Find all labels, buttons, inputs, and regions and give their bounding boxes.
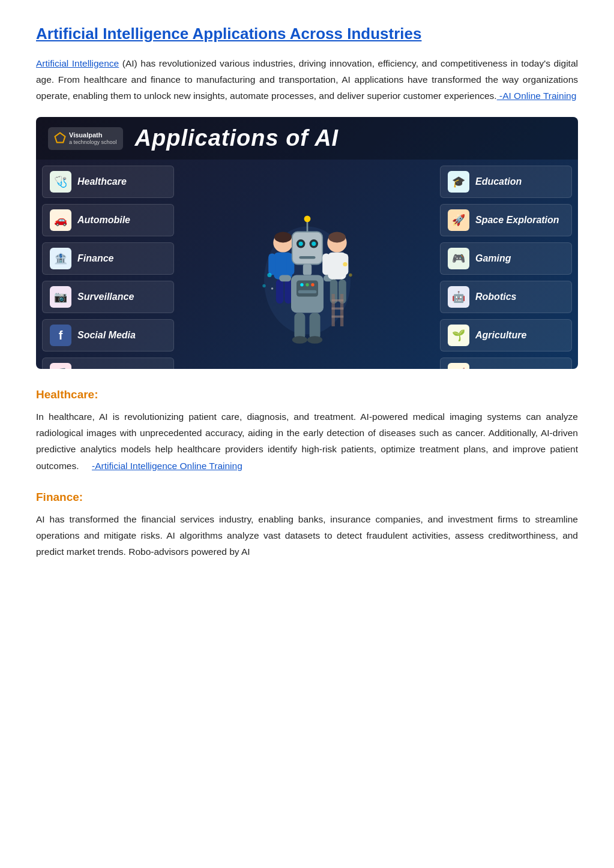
visualpath-logo: ⬠ Visualpath a technology school: [48, 127, 123, 150]
ai-item-space-exploration: 🚀 Space Exploration: [440, 204, 572, 236]
svg-rect-39: [331, 308, 343, 310]
svg-rect-22: [298, 290, 316, 293]
svg-rect-13: [299, 256, 315, 259]
social-media-label: Social Media: [77, 330, 136, 341]
svg-rect-8: [292, 232, 322, 265]
logo-sub: a technology school: [69, 139, 117, 145]
agriculture-label: Agriculture: [475, 330, 526, 341]
svg-rect-6: [284, 280, 292, 304]
svg-point-27: [292, 336, 307, 344]
ai-item-finance: 🏦 Finance: [42, 242, 174, 275]
finance-body-text: AI has transformed the financial service…: [36, 514, 578, 557]
surveillance-label: Surveillance: [77, 292, 134, 302]
ecommerce-label: E-commerce: [475, 368, 533, 369]
svg-point-19: [300, 283, 303, 286]
svg-point-7: [274, 232, 292, 243]
ai-intro-link[interactable]: Artificial Intelligence: [36, 58, 119, 68]
automobile-label: Automobile: [77, 215, 130, 226]
ai-image-header: ⬠ Visualpath a technology school Applica…: [36, 117, 578, 160]
svg-point-42: [262, 284, 265, 287]
gaming-icon: 🎮: [448, 248, 469, 269]
svg-rect-5: [275, 280, 283, 304]
ai-item-social-media: f Social Media: [42, 319, 174, 352]
ai-item-entertainment: 🎵 Entertainment: [42, 358, 174, 369]
automobile-icon: 🚗: [50, 209, 71, 231]
finance-icon: 🏦: [50, 248, 71, 269]
finance-section-heading: Finance:: [36, 491, 578, 504]
svg-point-43: [271, 287, 273, 290]
healthcare-section-heading: Healthcare:: [36, 388, 578, 401]
finance-section-body: AI has transformed the financial service…: [36, 511, 578, 560]
svg-point-45: [349, 274, 352, 277]
svg-point-35: [328, 232, 346, 243]
logo-v-icon: ⬠: [54, 131, 65, 146]
svg-rect-23: [279, 275, 291, 282]
education-label: Education: [475, 176, 522, 187]
entertainment-label: Entertainment: [77, 368, 142, 369]
svg-rect-37: [340, 294, 343, 326]
svg-rect-31: [322, 254, 330, 275]
healthcare-section-body: In healthcare, AI is revolutionizing pat…: [36, 409, 578, 474]
healthcare-label: Healthcare: [77, 176, 127, 187]
svg-rect-40: [331, 316, 343, 318]
ai-item-gaming: 🎮 Gaming: [440, 242, 572, 275]
svg-point-44: [343, 262, 347, 266]
svg-rect-38: [331, 299, 343, 302]
ai-item-automobile: 🚗 Automobile: [42, 204, 174, 236]
robotics-icon: 🤖: [448, 286, 469, 308]
ai-item-robotics: 🤖 Robotics: [440, 281, 572, 313]
robotics-label: Robotics: [475, 292, 516, 302]
ai-item-ecommerce: 🛒 E-commerce: [440, 358, 572, 369]
svg-point-20: [305, 283, 309, 286]
svg-point-11: [298, 242, 302, 246]
robot-illustration: [253, 197, 361, 359]
svg-point-28: [307, 336, 322, 344]
ai-online-training-link[interactable]: -Artificial Intelligence Online Training: [92, 461, 242, 471]
ai-item-agriculture: 🌱 Agriculture: [440, 319, 572, 352]
svg-rect-25: [294, 313, 305, 340]
entertainment-icon: 🎵: [50, 363, 71, 369]
page-title[interactable]: Artificial Intelligence Applications Acr…: [36, 24, 578, 44]
online-training-link[interactable]: -AI Online Training: [497, 91, 577, 101]
ai-item-education: 🎓 Education: [440, 166, 572, 198]
svg-rect-36: [331, 294, 334, 326]
ai-item-healthcare: 🩺 Healthcare: [42, 166, 174, 198]
agriculture-icon: 🌱: [448, 325, 469, 346]
ai-center-illustration: [180, 166, 434, 369]
ecommerce-icon: 🛒: [448, 363, 469, 369]
svg-point-21: [311, 283, 314, 286]
ai-item-surveillance: 📷 Surveillance: [42, 281, 174, 313]
space-exploration-icon: 🚀: [448, 209, 469, 231]
svg-rect-3: [268, 254, 276, 275]
finance-label: Finance: [77, 253, 113, 264]
svg-point-15: [304, 216, 310, 223]
svg-rect-18: [296, 281, 318, 297]
svg-rect-26: [309, 313, 320, 340]
surveillance-icon: 📷: [50, 286, 71, 308]
social-media-icon: f: [50, 325, 71, 346]
intro-paragraph: Artificial Intelligence (AI) has revolut…: [36, 55, 578, 104]
ai-left-column: 🩺 Healthcare 🚗 Automobile 🏦 Finance 📷 Su…: [42, 166, 174, 369]
svg-rect-16: [302, 265, 311, 275]
ai-right-column: 🎓 Education 🚀 Space Exploration 🎮 Gaming…: [440, 166, 572, 369]
svg-point-41: [267, 273, 271, 277]
svg-point-12: [312, 242, 316, 246]
education-icon: 🎓: [448, 171, 469, 193]
gaming-label: Gaming: [475, 253, 511, 264]
svg-point-46: [341, 277, 343, 279]
ai-main-title: Applications of AI: [135, 125, 339, 151]
logo-brand: Visualpath: [69, 131, 117, 139]
space-exploration-label: Space Exploration: [475, 215, 559, 226]
ai-applications-image-block: ⬠ Visualpath a technology school Applica…: [36, 117, 578, 369]
healthcare-icon: 🩺: [50, 171, 71, 193]
